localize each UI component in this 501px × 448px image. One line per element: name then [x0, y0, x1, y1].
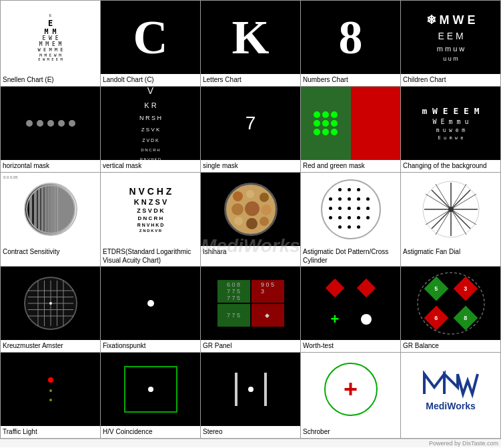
svg-rect-6 [43, 184, 45, 235]
sch-plus: + [344, 375, 358, 403]
children-img: ❄ M W E E E M m m u w u u m [401, 1, 500, 74]
cell-hv[interactable]: H/V Coincidence [101, 353, 201, 439]
svg-point-30 [448, 207, 454, 212]
svg-rect-8 [49, 184, 50, 235]
footer-text: Powered by DisTaste.com [429, 440, 498, 447]
cell-chbg[interactable]: m W E E E M W E m m u m u w e m E u m w … [401, 87, 501, 173]
kreuz-svg [25, 278, 76, 329]
letters-img: K [201, 1, 300, 74]
svg-rect-7 [47, 184, 47, 235]
ishi-label: Ishihara [201, 246, 300, 258]
rgmask-img [301, 87, 400, 160]
hmask-dots [26, 120, 75, 127]
cell-ishi[interactable]: Ishihara [201, 173, 301, 267]
main-wrapper: E E M M E W E M M E M W E M M E M M E W … [0, 0, 501, 447]
numbers-img: 8 [301, 1, 400, 74]
hv-label: H/V Coincidence [101, 426, 200, 438]
numbers-char: 8 [339, 10, 363, 65]
snellen-label: Snellen Chart (E) [1, 74, 100, 86]
cell-grbal[interactable]: 5 3 6 [401, 267, 501, 353]
cell-tl[interactable]: Traffic Light [1, 353, 101, 439]
cell-fix[interactable]: Fixationspunkt [101, 267, 201, 353]
cell-hmask[interactable]: horizontal mask [1, 87, 101, 173]
etdrs-label: ETDRS(Standard Logarithmic Visual Acuity… [101, 246, 200, 266]
footer-bar: Powered by DisTaste.com [0, 439, 501, 447]
tl-label: Traffic Light [1, 426, 100, 438]
fix-img [101, 267, 200, 340]
rgmask-label: Red and green mask [301, 160, 400, 172]
grbal-img: 5 3 6 [401, 267, 500, 340]
svg-point-41 [49, 302, 52, 305]
cell-etdrs[interactable]: N V C H Z K N Z S V Z S V D K D N C R H … [101, 173, 201, 267]
astdot-label: Astigmatic Dot Pattern/Cross Cylinder [301, 246, 400, 266]
tl-img [1, 353, 100, 426]
cell-snellen[interactable]: E E M M E W E M M E M W E M M E M M E W … [1, 1, 101, 87]
numbers-label: Numbers Chart [301, 74, 400, 86]
grp-label: GR Panel [201, 340, 300, 352]
grbal-label: GR Balance [401, 340, 500, 352]
astdot-img [301, 173, 400, 246]
ishi-img [201, 173, 300, 246]
kreuz-label: Kreuzmuster Amster [1, 340, 100, 352]
chbg-img: m W E E E M W E m m u m u w e m E u m w … [401, 87, 500, 160]
svg-rect-11 [57, 184, 58, 235]
svg-rect-5 [40, 184, 41, 235]
landolt-char: C [133, 10, 168, 65]
hmask-label: horizontal mask [1, 160, 100, 172]
cell-cs[interactable]: 0.0 0.05 [1, 173, 101, 267]
snellen-img: E E M M E W E M M E M W E M M E M M E W … [1, 1, 100, 74]
cell-worth[interactable]: + Worth-test [301, 267, 401, 353]
cs-img: 0.0 0.05 [1, 173, 100, 246]
mediworks-logo-svg [421, 367, 481, 401]
etdrs-img: N V C H Z K N Z S V Z S V D K D N C R H … [101, 173, 200, 246]
stereo-img [201, 353, 300, 426]
chart-grid: E E M M E W E M M E M W E M M E M M E W … [0, 0, 501, 439]
kreuz-img [1, 267, 100, 340]
smask-img: 7 [201, 87, 300, 160]
cell-grp[interactable]: 6 0 87 7 57 7 5 9 0 53 7 7 5 ◆ [201, 267, 301, 353]
svg-point-42 [418, 273, 484, 334]
vmask-img: V K R N R S H Z S V K Z V D K D N C R H … [101, 87, 200, 160]
sch-img: + [301, 353, 400, 426]
cell-smask[interactable]: 7 single mask [201, 87, 301, 173]
cell-children[interactable]: ❄ M W E E E M m m u w u u m Children Cha… [401, 1, 501, 87]
stereo-label: Stereo [201, 426, 300, 438]
letters-label: Letters Chart [201, 74, 300, 86]
sch-label: Schrober [301, 426, 400, 438]
mw-label [401, 426, 500, 438]
smask-label: single mask [201, 160, 300, 172]
landolt-label: Landolt Chart (C) [101, 74, 200, 86]
smask-num: 7 [245, 113, 256, 134]
chbg-label: Changing of the background [401, 160, 500, 172]
cell-astdot[interactable]: Astigmatic Dot Pattern/Cross Cylinder [301, 173, 401, 267]
mw-img: MediWorks [401, 353, 500, 426]
cell-sch[interactable]: + Schrober [301, 353, 401, 439]
worth-img: + [301, 267, 400, 340]
cell-vmask[interactable]: V K R N R S H Z S V K Z V D K D N C R H … [101, 87, 201, 173]
cell-kreuz[interactable]: Kreuzmuster Amster [1, 267, 101, 353]
letters-char: K [231, 10, 269, 65]
svg-rect-10 [55, 184, 55, 235]
svg-rect-4 [37, 184, 38, 235]
hv-img [101, 353, 200, 426]
cell-fan[interactable]: Astigmatic Fan Dial [401, 173, 501, 267]
worth-label: Worth-test [301, 340, 400, 352]
cell-stereo[interactable]: Stereo [201, 353, 301, 439]
svg-rect-9 [52, 184, 53, 235]
fan-img [401, 173, 500, 246]
grp-img: 6 0 87 7 57 7 5 9 0 53 7 7 5 ◆ [201, 267, 300, 340]
cell-rgmask[interactable]: Red and green mask [301, 87, 401, 173]
landolt-img: C [101, 1, 200, 74]
cell-letters[interactable]: K Letters Chart [201, 1, 301, 87]
fix-dot [147, 300, 154, 307]
cell-mw[interactable]: MediWorks [401, 353, 501, 439]
vmask-label: vertical mask [101, 160, 200, 172]
cell-landolt[interactable]: C Landolt Chart (C) [101, 1, 201, 87]
fix-label: Fixationspunkt [101, 340, 200, 352]
hmask-img [1, 87, 100, 160]
children-label: Children Chart [401, 74, 500, 86]
cell-numbers[interactable]: 8 Numbers Chart [301, 1, 401, 87]
fan-svg [421, 179, 481, 239]
fan-label: Astigmatic Fan Dial [401, 246, 500, 258]
cs-label: Contract Sensitivity [1, 246, 100, 258]
